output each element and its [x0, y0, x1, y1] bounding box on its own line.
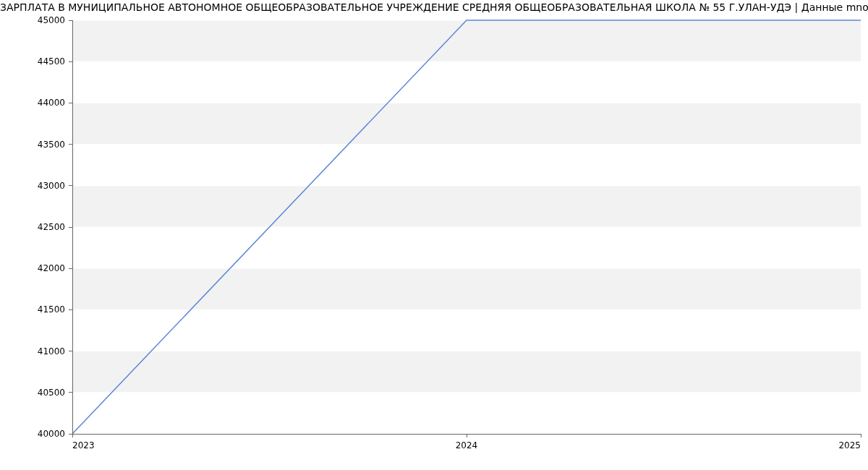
y-tick-label: 42500 [38, 222, 65, 232]
y-tick-label: 43500 [38, 140, 65, 150]
grid-band [72, 103, 861, 144]
y-tick-label: 44000 [38, 98, 65, 108]
x-tick-label: 2024 [456, 440, 478, 450]
y-tick-label: 41500 [38, 304, 65, 315]
y-tick-label: 41000 [38, 346, 65, 356]
grid-band [72, 351, 861, 393]
grid-band [72, 186, 861, 227]
y-tick-label: 40500 [38, 388, 65, 398]
chart-title: ЗАРПЛАТА В МУНИЦИПАЛЬНОЕ АВТОНОМНОЕ ОБЩЕ… [0, 1, 868, 13]
y-tick-label: 43000 [38, 181, 65, 191]
grid-band [72, 268, 861, 309]
x-tick-label: 2025 [838, 440, 861, 450]
y-tick-label: 45000 [38, 15, 65, 25]
chart-svg: 4000040500410004150042000425004300043500… [0, 0, 868, 470]
x-tick-label: 2023 [72, 440, 95, 450]
grid-band [72, 20, 861, 61]
y-tick-label: 42000 [38, 263, 65, 273]
line-chart: ЗАРПЛАТА В МУНИЦИПАЛЬНОЕ АВТОНОМНОЕ ОБЩЕ… [0, 0, 868, 470]
y-tick-label: 44500 [38, 56, 65, 67]
y-tick-label: 40000 [38, 429, 65, 439]
